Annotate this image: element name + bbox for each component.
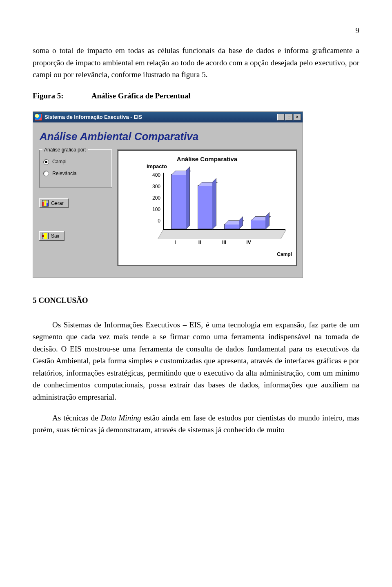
app-heading: Análise Ambiental Comparativa	[40, 128, 297, 145]
titlebar[interactable]: Sistema de Informação Executiva - EIS _ …	[33, 112, 303, 122]
groupbox-legend: Análise gráfica por:	[42, 146, 88, 154]
radio-relevancia-label: Relevância	[52, 170, 76, 178]
minimize-button[interactable]: _	[277, 114, 285, 120]
xtick: II	[187, 239, 212, 247]
bar-IV	[251, 220, 266, 229]
radio-campi-label: Campi	[52, 158, 67, 166]
bar-II	[198, 185, 213, 229]
radio-dot-icon	[43, 159, 49, 165]
xtick: III	[212, 239, 236, 247]
app-icon	[35, 113, 42, 121]
p3-pre: As técnicas de	[52, 414, 100, 422]
p3-em: Data Mining	[100, 414, 141, 422]
chart-yticks: 400 300 200 100 0	[147, 171, 160, 229]
gerar-button[interactable]: Gerar	[39, 198, 69, 208]
radio-campi[interactable]: Campi	[43, 158, 108, 166]
xtick: I	[163, 239, 187, 247]
paragraph-conclusion-2: As técnicas de Data Mining estão ainda e…	[33, 412, 359, 436]
chart-ylabel: Impacto	[147, 162, 167, 171]
window-title: Sistema de Informação Executiva - EIS	[45, 113, 276, 121]
sair-button-label: Sair	[51, 233, 60, 239]
maximize-button[interactable]: □	[285, 114, 293, 120]
section-heading: 5 CONCLUSÃO	[33, 294, 359, 306]
paragraph-conclusion-1: Os Sistemas de Informações Executivos – …	[33, 319, 359, 403]
sair-button[interactable]: Sair	[39, 231, 65, 241]
figure-caption: Figura 5: Análise Gráfica de Percentual	[33, 90, 359, 102]
app-window: Sistema de Informação Executiva - EIS _ …	[33, 111, 303, 278]
bar-III	[224, 224, 240, 229]
chart-xlabel: Campi	[277, 251, 292, 258]
bar-I	[171, 174, 187, 229]
chart-floor	[158, 230, 286, 239]
figure-label: Figura 5:	[33, 90, 90, 102]
radio-relevancia[interactable]: Relevância	[43, 170, 108, 178]
xtick: IV	[236, 239, 261, 247]
ytick: 0	[147, 217, 160, 229]
exit-icon	[42, 233, 49, 239]
ytick: 200	[147, 194, 160, 206]
groupbox-analise: Análise gráfica por: Campi Relevância	[39, 149, 112, 187]
close-button[interactable]: ×	[294, 114, 301, 120]
gerar-button-label: Gerar	[51, 200, 64, 206]
ytick: 100	[147, 206, 160, 217]
client-area: Análise Ambiental Comparativa Análise gr…	[33, 122, 303, 278]
chart-panel: Análise Comparativa Impacto 400 300 200 …	[117, 149, 297, 266]
chart-plot: I II III IV	[163, 173, 285, 238]
ytick: 300	[147, 183, 160, 194]
sidebar: Análise gráfica por: Campi Relevância Ge…	[39, 149, 112, 266]
ytick: 400	[147, 171, 160, 183]
chart-icon	[42, 200, 49, 207]
y-axis-line	[163, 173, 164, 230]
paragraph-intro: soma o total de impacto em todas as célu…	[33, 44, 359, 80]
chart-xticks: I II III IV	[163, 239, 285, 247]
radio-dot-icon	[43, 171, 49, 176]
figure-title: Análise Gráfica de Percentual	[91, 91, 191, 100]
page-number: 9	[33, 24, 359, 36]
